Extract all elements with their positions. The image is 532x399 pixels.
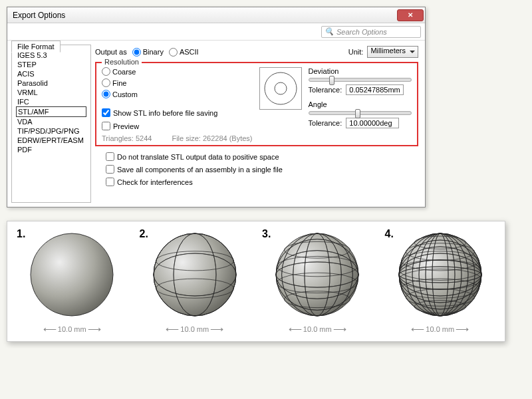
deviation-slider[interactable] bbox=[309, 78, 412, 82]
ang-tol-value[interactable]: 10.00000deg bbox=[346, 118, 399, 128]
arrow-left-icon: ⟵ bbox=[166, 324, 179, 334]
radio-coarse[interactable]: Coarse bbox=[102, 67, 253, 76]
check-show-stl-info[interactable]: Show STL info before file saving bbox=[102, 108, 253, 117]
resolution-preview bbox=[259, 67, 302, 110]
dimension-row: ⟵10.0 mm⟶ bbox=[43, 324, 101, 334]
sphere-number: 2. bbox=[140, 228, 148, 240]
check-show-stl-info-input[interactable] bbox=[102, 108, 110, 117]
export-options-window: Export Options ✕ 🔍 Search Options File F… bbox=[7, 7, 426, 207]
dev-tol-label: Tolerance: bbox=[309, 86, 342, 94]
tab-file-format[interactable]: File Format bbox=[11, 41, 61, 53]
ang-tol-label: Tolerance: bbox=[309, 119, 342, 127]
angle-slider[interactable] bbox=[309, 111, 412, 115]
extra-options: Do not translate STL output data to posi… bbox=[106, 150, 418, 186]
dimension-value: 10.0 mm bbox=[180, 325, 209, 333]
search-placeholder: Search Options bbox=[336, 28, 387, 36]
toolbar: 🔍 Search Options bbox=[7, 23, 425, 41]
format-item-parasolid[interactable]: Parasolid bbox=[16, 78, 86, 88]
sphere-number: 3. bbox=[262, 228, 271, 240]
dialog-body: IGES 5.3STEPACISParasolidVRMLIFCSTL/AMFV… bbox=[7, 41, 425, 207]
dimension-row: ⟵10.0 mm⟶ bbox=[411, 324, 469, 334]
radio-ascii[interactable]: ASCII bbox=[169, 48, 199, 57]
check-save-all[interactable]: Save all components of an assembly in a … bbox=[106, 165, 418, 174]
dimension-value: 10.0 mm bbox=[303, 325, 332, 333]
format-item-edrw-eprt-easm[interactable]: EDRW/EPRT/EASM bbox=[16, 136, 86, 145]
format-item-stl-amf[interactable]: STL/AMF bbox=[16, 106, 86, 117]
sphere-cell-1: 1.⟵10.0 mm⟶ bbox=[14, 228, 130, 334]
arrow-left-icon: ⟵ bbox=[289, 324, 302, 334]
sphere-cell-2: 2.⟵10.0 mm⟶ bbox=[137, 228, 253, 334]
window-buttons: ✕ bbox=[397, 9, 424, 21]
output-as-row: Output as Binary ASCII Unit: Millimeters bbox=[95, 46, 418, 58]
svg-point-3 bbox=[154, 233, 236, 316]
svg-point-2 bbox=[31, 233, 113, 316]
radio-custom-input[interactable] bbox=[102, 90, 110, 98]
radio-binary-input[interactable] bbox=[132, 48, 141, 57]
check-preview-input[interactable] bbox=[102, 122, 110, 130]
format-item-vrml[interactable]: VRML bbox=[16, 88, 86, 97]
sphere-number: 1. bbox=[17, 228, 25, 240]
dimension-value: 10.0 mm bbox=[426, 325, 454, 333]
radio-custom[interactable]: Custom bbox=[102, 90, 253, 98]
options-pane: Output as Binary ASCII Unit: Millimeters… bbox=[95, 41, 425, 207]
svg-point-1 bbox=[275, 82, 287, 94]
check-preview[interactable]: Preview bbox=[102, 122, 253, 130]
dimension-row: ⟵10.0 mm⟶ bbox=[166, 324, 223, 334]
radio-coarse-input[interactable] bbox=[102, 67, 110, 76]
arrow-left-icon: ⟵ bbox=[43, 324, 57, 334]
dimension-value: 10.0 mm bbox=[58, 325, 86, 333]
arrow-left-icon: ⟵ bbox=[411, 324, 424, 334]
arrow-right-icon: ⟶ bbox=[333, 324, 346, 334]
preview-torus-icon bbox=[262, 70, 299, 107]
sphere-comparison-strip: 1.⟵10.0 mm⟶2.⟵10.0 mm⟶3.⟵10.0 mm⟶4.⟵10.0… bbox=[7, 221, 505, 342]
radio-fine[interactable]: Fine bbox=[102, 78, 253, 87]
arrow-right-icon: ⟶ bbox=[210, 324, 223, 334]
check-save-all-input[interactable] bbox=[106, 165, 114, 174]
check-no-translate-input[interactable] bbox=[106, 152, 114, 161]
search-input[interactable]: 🔍 Search Options bbox=[321, 26, 421, 38]
angle-label: Angle bbox=[309, 100, 412, 108]
format-list: IGES 5.3STEPACISParasolidVRMLIFCSTL/AMFV… bbox=[11, 45, 91, 203]
close-button[interactable]: ✕ bbox=[397, 9, 424, 21]
search-icon: 🔍 bbox=[325, 27, 334, 36]
window-title: Export Options bbox=[13, 11, 65, 20]
check-interferences-input[interactable] bbox=[106, 178, 114, 186]
sphere-number: 4. bbox=[385, 228, 394, 240]
stl-info-line: Triangles: 5244 File size: 262284 (Bytes… bbox=[102, 134, 253, 142]
check-no-translate[interactable]: Do not translate STL output data to posi… bbox=[106, 152, 418, 161]
dimension-row: ⟵10.0 mm⟶ bbox=[289, 324, 346, 334]
deviation-label: Deviation bbox=[309, 67, 412, 75]
resolution-legend: Resolution bbox=[102, 58, 142, 66]
arrow-right-icon: ⟶ bbox=[456, 324, 469, 334]
radio-binary[interactable]: Binary bbox=[132, 48, 164, 57]
sphere-cell-3: 3.⟵10.0 mm⟶ bbox=[259, 228, 376, 334]
format-item-vda[interactable]: VDA bbox=[16, 117, 86, 126]
arrow-right-icon: ⟶ bbox=[88, 324, 101, 334]
format-item-acis[interactable]: ACIS bbox=[16, 69, 86, 78]
format-item-tif-psd-jpg-png[interactable]: TIF/PSD/JPG/PNG bbox=[16, 126, 86, 136]
radio-fine-input[interactable] bbox=[102, 78, 110, 87]
resolution-right: Deviation Tolerance:0.05247885mm Angle T… bbox=[309, 67, 412, 142]
resolution-left: Coarse Fine Custom Show STL info before … bbox=[102, 67, 253, 142]
sphere-cell-4: 4.⟵10.0 mm⟶ bbox=[382, 228, 499, 334]
svg-point-29 bbox=[399, 233, 481, 316]
unit-row: Unit: Millimeters bbox=[348, 46, 418, 58]
format-item-ifc[interactable]: IFC bbox=[16, 97, 86, 106]
dev-tol-value[interactable]: 0.05247885mm bbox=[346, 84, 403, 95]
format-item-step[interactable]: STEP bbox=[16, 60, 86, 69]
format-item-pdf[interactable]: PDF bbox=[16, 145, 86, 154]
output-as-label: Output as bbox=[95, 48, 127, 56]
svg-point-0 bbox=[265, 72, 297, 104]
unit-label: Unit: bbox=[348, 48, 364, 56]
unit-select[interactable]: Millimeters bbox=[367, 46, 418, 58]
radio-ascii-input[interactable] bbox=[169, 48, 178, 57]
resolution-group: Resolution Coarse Fine Custom Show STL i… bbox=[95, 62, 418, 146]
titlebar: Export Options ✕ bbox=[7, 7, 425, 23]
check-interferences[interactable]: Check for interferences bbox=[106, 178, 418, 186]
